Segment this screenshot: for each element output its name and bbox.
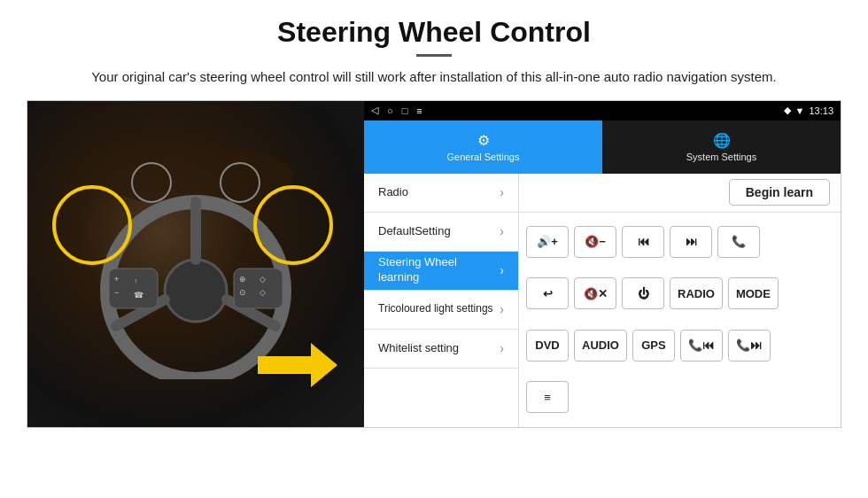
tab-general-settings[interactable]: ⚙ General Settings [364,121,602,174]
vol-down-icon: 🔇− [585,235,606,248]
dvd-label: DVD [535,338,559,352]
prev-track-button[interactable]: ⏮ [622,226,664,258]
svg-text:◇: ◇ [260,275,266,284]
volume-up-button[interactable]: 🔊+ [526,226,569,258]
dvd-button[interactable]: DVD [526,330,569,362]
mode-button[interactable]: MODE [728,277,779,309]
page-title: Steering Wheel Control [27,16,841,49]
content-area: + − ↑ ☎ ⊕ ⊙ ◇ ◇ [27,100,841,428]
gps-button[interactable]: GPS [632,330,675,362]
svg-text:☎: ☎ [134,291,143,300]
phone-button[interactable]: 📞 [717,226,760,258]
status-indicators: ◆ ▼ 13:13 [784,105,833,116]
special-icon: ≡ [544,391,551,404]
arrow-indicator [258,338,337,392]
menu-item-tricoloured[interactable]: Tricoloured light settings › [364,291,518,330]
mute-button[interactable]: 🔇✕ [574,277,616,309]
nav-menu-icon[interactable]: ≡ [416,105,422,116]
next-track-button[interactable]: ⏭ [670,226,712,258]
begin-learn-bar: Begin learn [519,174,841,213]
menu-tricoloured-label: Tricoloured light settings [378,302,493,316]
volume-down-button[interactable]: 🔇− [574,226,616,258]
menu-whitelist-label: Whitelist setting [378,341,459,356]
nav-buttons: ◁ ○ □ ≡ [371,105,422,116]
radio-label: RADIO [678,287,715,300]
audio-label: AUDIO [582,338,619,352]
chevron-icon: › [500,302,504,316]
chevron-icon: › [500,185,504,199]
svg-text:↑: ↑ [134,277,137,285]
highlight-circle-right [253,185,333,265]
svg-text:−: − [114,288,119,297]
next-icon: ⏭ [686,235,697,248]
wifi-icon: ▼ [795,105,805,116]
svg-marker-18 [258,343,337,387]
nav-back-icon[interactable]: ◁ [371,105,378,116]
android-panel: ◁ ○ □ ≡ ◆ ▼ 13:13 ⚙ General Settings [364,101,841,427]
android-body: Radio › DefaultSetting › Steering Wheel … [364,174,841,427]
menu-steering-label: Steering Wheel learning [378,255,500,285]
chevron-icon: › [500,341,504,355]
menu-radio-label: Radio [378,185,408,200]
button-column: Begin learn 🔊+ 🔇− [519,174,841,427]
globe-icon: 🌐 [713,132,731,149]
hang-up-button[interactable]: ↩ [526,277,569,309]
menu-column: Radio › DefaultSetting › Steering Wheel … [364,174,519,427]
menu-item-radio[interactable]: Radio › [364,174,518,213]
gps-label: GPS [641,338,665,352]
button-row-4: ≡ [526,381,833,413]
hang-up-icon: ↩ [543,287,553,300]
power-button[interactable]: ⏻ [622,277,664,309]
power-icon: ⏻ [638,287,649,300]
svg-text:⊕: ⊕ [239,275,246,284]
status-bar: ◁ ○ □ ≡ ◆ ▼ 13:13 [364,101,841,121]
time-display: 13:13 [809,105,833,116]
nav-square-icon[interactable]: □ [402,105,408,116]
svg-text:◇: ◇ [260,288,266,297]
menu-item-whitelist[interactable]: Whitelist setting › [364,330,518,369]
tab-general-label: General Settings [447,152,520,162]
tel-prev-icon: 📞⏮ [688,338,714,352]
button-row-2: ↩ 🔇✕ ⏻ RADIO MO [526,277,833,309]
svg-point-4 [165,260,227,322]
button-row-3: DVD AUDIO GPS 📞⏮ [526,330,833,362]
title-divider [416,54,452,57]
svg-text:⊙: ⊙ [239,288,246,297]
tab-system-label: System Settings [686,152,756,162]
prev-icon: ⏮ [638,235,649,248]
special-button[interactable]: ≡ [526,381,569,413]
vol-up-icon: 🔊+ [537,235,558,248]
gear-icon: ⚙ [477,132,490,149]
tel-next-button[interactable]: 📞⏭ [728,330,771,362]
tel-prev-button[interactable]: 📞⏮ [680,330,723,362]
tab-system-settings[interactable]: 🌐 System Settings [602,121,841,174]
menu-item-steering[interactable]: Steering Wheel learning › [364,252,518,291]
button-row-1: 🔊+ 🔇− ⏮ ⏭ 📞 [526,226,833,258]
svg-text:+: + [114,275,119,284]
radio-mode-button[interactable]: RADIO [670,277,723,309]
chevron-icon: › [500,263,504,277]
highlight-circle-left [52,185,132,265]
chevron-icon: › [500,224,504,238]
audio-button[interactable]: AUDIO [574,330,627,362]
settings-tabs: ⚙ General Settings 🌐 System Settings [364,121,841,174]
page-subtitle: Your original car's steering wheel contr… [27,67,841,88]
menu-item-default[interactable]: DefaultSetting › [364,213,518,252]
phone-icon: 📞 [732,235,746,248]
mode-label: MODE [736,287,771,300]
car-image-panel: + − ↑ ☎ ⊕ ⊙ ◇ ◇ [27,101,364,427]
nav-home-icon[interactable]: ○ [387,105,393,116]
begin-learn-button[interactable]: Begin learn [729,179,830,206]
mute-icon: 🔇✕ [584,287,608,300]
tel-next-icon: 📞⏭ [736,338,762,352]
location-icon: ◆ [784,105,791,116]
control-button-grid: 🔊+ 🔇− ⏮ ⏭ 📞 [519,213,841,427]
menu-default-label: DefaultSetting [378,224,451,239]
